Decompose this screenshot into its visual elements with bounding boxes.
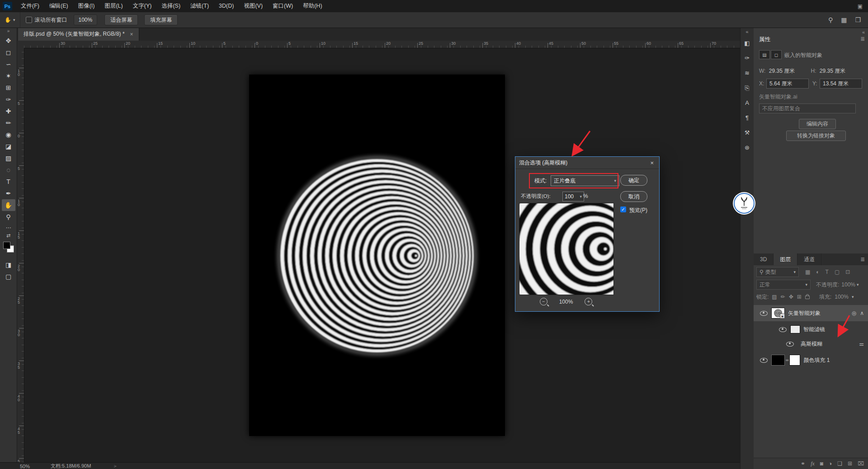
menu-right-icon[interactable]: ▣	[858, 3, 868, 9]
y-position-input[interactable]: 13.54 厘米	[820, 79, 862, 89]
lock-transparency-icon[interactable]: ▨	[772, 294, 777, 300]
menu-item-2[interactable]: 图像(I)	[73, 0, 100, 12]
fill-screen-button[interactable]: 填充屏幕	[144, 14, 178, 25]
collapse-panel-icon[interactable]: «	[862, 29, 865, 35]
magic-wand-tool[interactable]: ✶	[2, 70, 15, 82]
zoom-100-button[interactable]: 100%	[74, 14, 98, 25]
collapse-dock-icon[interactable]: «	[745, 28, 748, 36]
status-zoom-level[interactable]: 50%	[20, 464, 30, 469]
adjustments-panel-icon[interactable]: ◧	[741, 36, 754, 51]
convert-to-linked-button[interactable]: 转换为链接对象	[786, 131, 846, 141]
menu-item-0[interactable]: 文件(F)	[16, 0, 44, 12]
preview-checkbox[interactable]: ✓	[620, 206, 626, 212]
menu-item-6[interactable]: 滤镜(T)	[185, 0, 214, 12]
menu-item-5[interactable]: 选择(S)	[156, 0, 185, 12]
gradient-tool[interactable]: ▨	[2, 152, 15, 164]
layer-visibility-eye-icon[interactable]	[760, 358, 768, 363]
zoom-in-icon[interactable]: +	[585, 298, 592, 305]
fit-screen-button[interactable]: 适合屏幕	[104, 14, 138, 25]
blur-tool[interactable]: ◌	[2, 164, 15, 176]
x-position-input[interactable]: 5.64 厘米	[766, 79, 809, 89]
menu-item-7[interactable]: 3D(D)	[214, 0, 239, 12]
dialog-title-bar[interactable]: 混合选项 (高斯模糊) ×	[515, 157, 659, 169]
link-layers-icon[interactable]: ⚭	[801, 460, 805, 467]
menu-item-4[interactable]: 文字(Y)	[128, 0, 157, 12]
paragraph-panel-icon[interactable]: ¶	[741, 110, 754, 125]
layer-name[interactable]: 智能滤镜	[803, 326, 825, 333]
filter-pixel-layers-icon[interactable]: ▦	[805, 269, 810, 275]
blend-mode-dropdown[interactable]: 正常 ▾	[756, 280, 811, 290]
panel-menu-icon[interactable]: ≣	[860, 253, 868, 265]
brushes-panel-icon[interactable]: ≋	[741, 66, 754, 80]
marquee-tool[interactable]: ◻	[2, 47, 15, 58]
libraries-panel-icon[interactable]: ⊛	[741, 140, 754, 155]
layout-grid-icon[interactable]: ▦	[841, 16, 847, 23]
layer-thumbnail[interactable]: ▣	[771, 308, 785, 319]
layer-name[interactable]: 颜色填充 1	[803, 356, 830, 364]
width-value[interactable]: 29.35 厘米	[769, 68, 795, 74]
panel-menu-icon[interactable]: ≣	[860, 36, 865, 42]
type-tool[interactable]: T	[2, 176, 15, 188]
tab-通道[interactable]: 通道	[797, 253, 821, 265]
properties-panel-title[interactable]: 属性	[759, 36, 770, 43]
character-panel-icon[interactable]: A	[741, 95, 754, 110]
swap-colors-icon[interactable]: ⇄	[6, 233, 10, 240]
layer-visibility-eye-icon[interactable]	[786, 342, 794, 347]
menu-item-3[interactable]: 图层(L)	[99, 0, 127, 12]
layer-visibility-eye-icon[interactable]	[760, 311, 768, 316]
tool-presets-panel-icon[interactable]: ⚒	[741, 125, 754, 140]
layer-row[interactable]: ▣矢量智能对象◎∧	[754, 305, 868, 321]
brush-tool[interactable]: ✏	[2, 117, 15, 129]
layer-style-icon[interactable]: fx	[811, 460, 815, 467]
screen-mode-icon[interactable]: ▢	[2, 271, 15, 282]
ok-button[interactable]: 确定	[620, 175, 647, 186]
filter-smart-objects-icon[interactable]: ⊡	[845, 269, 850, 275]
filter-shape-layers-icon[interactable]: ▢	[835, 269, 840, 275]
close-dialog-icon[interactable]: ×	[648, 159, 656, 166]
filter-adjustment-layers-icon[interactable]: ◐	[816, 269, 819, 275]
search-icon[interactable]: ⚲	[828, 16, 833, 23]
filter-type-layers-icon[interactable]: T	[826, 269, 829, 275]
crop-tool[interactable]: ⊞	[2, 82, 15, 94]
smart-filter-mask-thumbnail[interactable]	[790, 325, 800, 333]
opacity-value[interactable]: 100%	[841, 281, 855, 288]
edit-content-button[interactable]: 编辑内容	[799, 119, 836, 129]
hand-tool[interactable]: ✋	[2, 199, 15, 211]
layer-name[interactable]: 矢量智能对象	[788, 310, 821, 317]
menu-item-10[interactable]: 帮助(H)	[298, 0, 327, 12]
clone-stamp-tool[interactable]: ◉	[2, 129, 15, 141]
filter-blending-options-icon[interactable]: ⚌	[859, 341, 864, 347]
new-group-icon[interactable]: ❑	[837, 460, 842, 467]
close-tab-icon[interactable]: ×	[130, 31, 133, 38]
menu-item-9[interactable]: 窗口(W)	[268, 0, 298, 12]
document-canvas[interactable]	[249, 75, 505, 436]
quick-mask-icon[interactable]: ◨	[2, 259, 15, 271]
brush-settings-panel-icon[interactable]: ✑	[741, 51, 754, 66]
tab-图层[interactable]: 图层	[774, 253, 797, 265]
new-adjustment-layer-icon[interactable]: ◑	[829, 460, 832, 467]
height-value[interactable]: 29.35 厘米	[820, 68, 845, 74]
menu-item-8[interactable]: 视图(V)	[239, 0, 268, 12]
layer-mask-thumbnail[interactable]	[789, 355, 800, 366]
document-tab[interactable]: 排版.psd @ 50% (矢量智能对象, RGB/8) * ×	[18, 28, 139, 41]
lasso-tool[interactable]: ∽	[2, 58, 15, 70]
workspace-icon[interactable]: ❒	[855, 16, 861, 23]
layer-filter-type-select[interactable]: ⚲ 类型 ▾	[756, 267, 799, 277]
eraser-tool[interactable]: ◪	[2, 141, 15, 152]
eyedropper-tool[interactable]: ✑	[2, 94, 15, 105]
zoom-tool[interactable]: ⚲	[2, 211, 15, 223]
lock-artboard-icon[interactable]: ⊞	[797, 294, 802, 300]
lock-move-icon[interactable]: ✥	[789, 294, 793, 300]
lock-all-icon[interactable]	[805, 295, 810, 299]
scroll-all-windows-checkbox[interactable]	[26, 17, 32, 23]
add-layer-mask-icon[interactable]: ◙	[820, 460, 823, 467]
current-tool-chip[interactable]: ✋ ▾	[0, 12, 20, 28]
collapse-toolbar-icon[interactable]: »	[7, 28, 10, 35]
clone-source-panel-icon[interactable]: ⎘	[741, 80, 754, 95]
layer-name[interactable]: 高斯模糊	[801, 340, 822, 348]
fill-layer-thumbnail[interactable]	[771, 355, 785, 366]
layer-row[interactable]: 智能滤镜	[754, 322, 868, 337]
pen-tool[interactable]: ✒	[2, 188, 15, 199]
zoom-out-icon[interactable]: −	[540, 298, 547, 305]
layer-comp-select[interactable]: 不应用图层复合	[759, 103, 856, 113]
